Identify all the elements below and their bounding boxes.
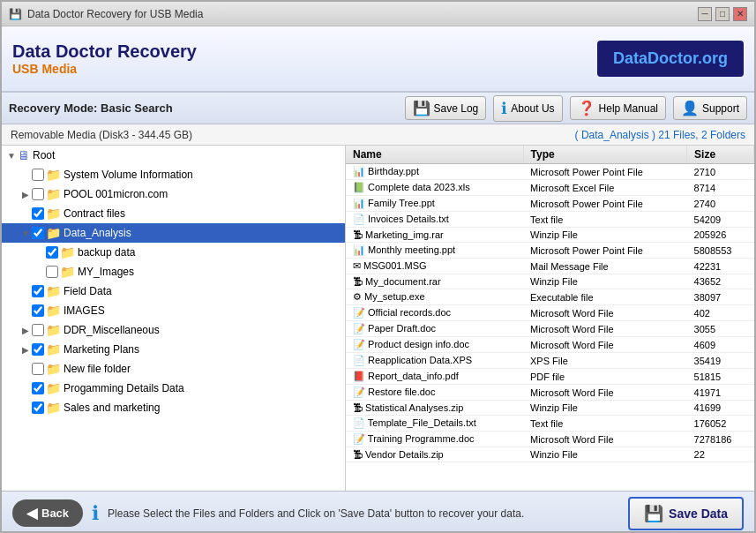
status-bar: Removable Media (Disk3 - 344.45 GB) ( Da… <box>2 124 754 146</box>
tree-checkbox[interactable] <box>32 227 44 239</box>
tree-item[interactable]: 📁Contract files <box>2 204 345 223</box>
table-row[interactable]: 📊 Family Tree.ppt Microsoft Power Point … <box>346 196 754 212</box>
support-button[interactable]: 👤 Support <box>673 96 747 120</box>
minimize-button[interactable]: ─ <box>698 7 712 21</box>
file-type: Microsoft Word File <box>523 321 687 337</box>
tree-item[interactable]: 📁Progamming Details Data <box>2 379 345 398</box>
table-row[interactable]: 📕 Report_data_info.pdf PDF file 51815 <box>346 369 754 385</box>
save-log-label: Save Log <box>434 102 479 115</box>
file-name: ⚙ My_setup.exe <box>346 289 523 305</box>
table-row[interactable]: 📝 Official records.doc Microsoft Word Fi… <box>346 305 754 321</box>
status-message: Please Select the Files and Folders and … <box>108 507 619 520</box>
expand-icon[interactable]: ▶ <box>19 345 32 355</box>
col-name: Name <box>346 146 523 164</box>
file-panel[interactable]: Name Type Size 📊 Birthday.ppt Microsoft … <box>346 146 754 491</box>
tree-checkbox[interactable] <box>32 169 44 181</box>
table-row[interactable]: 📝 Product design info.doc Microsoft Word… <box>346 337 754 353</box>
expand-icon[interactable]: ▶ <box>19 190 32 199</box>
tree-item[interactable]: 📁MY_Images <box>2 262 345 282</box>
file-table-header: Name Type Size <box>346 146 754 164</box>
table-row[interactable]: 📝 Training Programme.doc Microsoft Word … <box>346 432 754 447</box>
save-log-icon: 💾 <box>413 100 430 116</box>
expand-icon[interactable]: ▼ <box>19 229 32 238</box>
table-row[interactable]: 🗜 My_document.rar Winzip File 43652 <box>346 274 754 289</box>
file-type: Microsoft Power Point File <box>523 164 687 180</box>
table-row[interactable]: 📝 Restore file.doc Microsoft Word File 4… <box>346 385 754 401</box>
table-row[interactable]: 📝 Paper Draft.doc Microsoft Word File 30… <box>346 321 754 337</box>
tree-item[interactable]: ▼🖥Root <box>2 146 345 165</box>
file-size: 43652 <box>687 274 754 289</box>
table-row[interactable]: 🗜 Vendor Details.zip Winzio File 22 <box>346 447 754 462</box>
table-row[interactable]: 📊 Monthly meeting.ppt Microsoft Power Po… <box>346 243 754 259</box>
tree-checkbox[interactable] <box>32 382 44 394</box>
file-type-icon: 📝 <box>353 323 365 334</box>
tree-label: Progamming Details Data <box>64 382 184 394</box>
file-type: Microsoft Word File <box>523 432 687 447</box>
tree-item[interactable]: 📁New file folder <box>2 359 345 379</box>
logo: DataDoctor.org <box>597 41 744 77</box>
help-manual-button[interactable]: ❓ Help Manual <box>570 96 666 120</box>
tree-item[interactable]: ▼📁Data_Analysis <box>2 223 345 243</box>
file-name: 📊 Birthday.ppt <box>346 164 523 180</box>
tree-checkbox[interactable] <box>32 343 44 356</box>
tree-checkbox[interactable] <box>32 363 44 375</box>
tree-item[interactable]: ▶📁POOL 001micron.com <box>2 184 345 204</box>
table-row[interactable]: 📗 Complete data 2023.xls Microsoft Excel… <box>346 180 754 196</box>
header: Data Doctor Recovery USB Media DataDocto… <box>2 26 754 93</box>
file-size: 402 <box>687 305 754 321</box>
maximize-button[interactable]: □ <box>715 7 730 21</box>
tree-checkbox[interactable] <box>46 246 58 259</box>
help-icon: ❓ <box>578 100 595 116</box>
file-type-icon: 🗜 <box>353 229 363 240</box>
tree-checkbox[interactable] <box>32 207 44 220</box>
file-size: 5808553 <box>687 243 754 259</box>
tree-item[interactable]: 📁backup data <box>2 243 345 262</box>
tree-item[interactable]: 📁Sales and marketing <box>2 398 345 417</box>
file-type-icon: 📄 <box>353 355 365 365</box>
file-name: 📗 Complete data 2023.xls <box>346 180 523 196</box>
about-us-button[interactable]: ℹ About Us <box>493 95 562 122</box>
table-row[interactable]: 📄 Invoices Details.txt Text file 54209 <box>346 212 754 228</box>
file-type: Winzio File <box>523 447 687 462</box>
table-row[interactable]: 📄 Template_File_Details.txt Text file 17… <box>346 416 754 432</box>
tree-item[interactable]: 📁IMAGES <box>2 301 345 320</box>
tree-label: IMAGES <box>64 304 105 317</box>
close-button[interactable]: ✕ <box>733 7 747 21</box>
tree-checkbox[interactable] <box>32 324 44 336</box>
expand-icon[interactable]: ▼ <box>5 151 18 161</box>
tree-checkbox[interactable] <box>32 304 44 317</box>
file-type: Winzip File <box>523 274 687 289</box>
title-bar: 💾 Data Doctor Recovery for USB Media ─ □… <box>2 2 754 26</box>
tree-item[interactable]: 📁Field Data <box>2 282 345 301</box>
file-type: Text file <box>523 416 687 432</box>
file-type-icon: 📄 <box>353 417 365 428</box>
back-button[interactable]: ◀ Back <box>12 499 83 527</box>
file-name: 🗜 Marketing_img.rar <box>346 228 523 243</box>
file-name: 📝 Training Programme.doc <box>346 432 523 447</box>
tree-checkbox[interactable] <box>32 188 44 200</box>
save-data-button[interactable]: 💾 Save Data <box>628 497 744 530</box>
tree-item[interactable]: ▶📁DDR_Miscellaneous <box>2 320 345 340</box>
folder-info: ( Data_Analysis ) 21 Files, 2 Folders <box>575 129 745 141</box>
table-row[interactable]: 📊 Birthday.ppt Microsoft Power Point Fil… <box>346 164 754 180</box>
tree-checkbox[interactable] <box>32 285 44 297</box>
save-log-button[interactable]: 💾 Save Log <box>405 96 487 120</box>
table-row[interactable]: 🗜 Marketing_img.rar Winzip File 205926 <box>346 228 754 243</box>
table-row[interactable]: 🗜 Statistical Analyses.zip Winzip File 4… <box>346 401 754 416</box>
tree-label: Root <box>33 149 55 161</box>
tree-label: DDR_Miscellaneous <box>64 324 160 336</box>
folder-icon: 📁 <box>46 401 61 415</box>
file-type-icon: 📗 <box>353 182 365 192</box>
tree-item[interactable]: ▶📁Marketing Plans <box>2 340 345 359</box>
table-row[interactable]: 📄 Reapplication Data.XPS XPS File 35419 <box>346 353 754 369</box>
header-branding: Data Doctor Recovery USB Media <box>12 41 197 76</box>
table-row[interactable]: ⚙ My_setup.exe Executable file 38097 <box>346 289 754 305</box>
expand-icon[interactable]: ▶ <box>19 326 32 335</box>
app-icon: 💾 <box>9 8 22 20</box>
tree-panel[interactable]: ▼🖥Root📁System Volume Information▶📁POOL 0… <box>2 146 346 491</box>
table-row[interactable]: ✉ MSG001.MSG Mail Message File 42231 <box>346 259 754 274</box>
tree-checkbox[interactable] <box>46 266 58 278</box>
tree-item[interactable]: 📁System Volume Information <box>2 165 345 184</box>
tree-checkbox[interactable] <box>32 402 44 414</box>
file-size: 35419 <box>687 353 754 369</box>
